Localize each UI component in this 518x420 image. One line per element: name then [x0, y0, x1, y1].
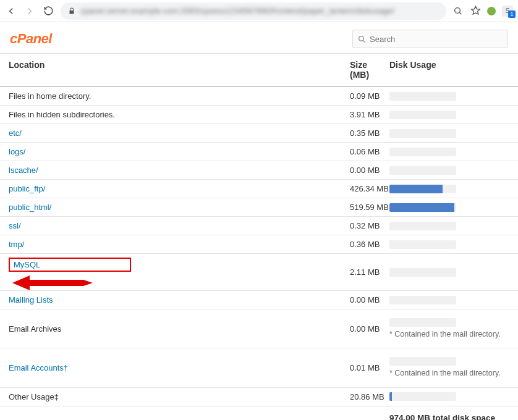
size-cell: 0.01 MB: [346, 359, 383, 376]
size-cell: 20.86 MB: [346, 388, 383, 405]
table-row: tmp/0.36 MB: [0, 235, 518, 254]
lock-icon: [68, 7, 75, 15]
svg-marker-2: [12, 275, 93, 290]
usage-bar: [389, 357, 456, 366]
usage-cell: [383, 107, 518, 123]
location-label[interactable]: public_html/: [9, 203, 51, 212]
location-label[interactable]: tmp/: [9, 240, 24, 249]
location-label: Other Usage‡: [9, 392, 59, 401]
location-label: Files in home directory.: [9, 91, 91, 101]
table-row: ssl/0.32 MB: [0, 217, 518, 235]
size-cell: 0.36 MB: [346, 236, 383, 253]
table-row: Mailing Lists0.00 MB: [0, 291, 518, 309]
table-footer-total: 974.00 MB total disk space used.: [0, 406, 518, 421]
table-row: public_ftp/426.34 MB: [0, 180, 518, 198]
usage-bar: [389, 268, 456, 277]
usage-bar: [389, 185, 456, 193]
size-cell: 0.00 MB: [346, 292, 383, 308]
forward-button[interactable]: [23, 5, 36, 17]
size-cell: 0.09 MB: [346, 88, 383, 104]
table-row: MySQL2.11 MB: [0, 254, 518, 291]
table-row: Files in hidden subdirectories.3.91 MB: [0, 106, 518, 124]
size-cell: 426.34 MB: [346, 180, 383, 197]
table-row: etc/0.35 MB: [0, 124, 518, 143]
usage-bar: [389, 166, 456, 175]
usage-cell: [383, 144, 518, 160]
usage-cell: * Contained in the mail directory.: [383, 353, 518, 382]
usage-cell: [383, 162, 518, 178]
size-cell: 0.35 MB: [346, 125, 383, 141]
usage-note: * Contained in the mail directory.: [389, 329, 512, 339]
url-text: cpanel.server.example.com:2083/cpsess123…: [80, 6, 394, 15]
size-cell: 0.00 MB: [346, 162, 383, 178]
table-row: Files in home directory.0.09 MB: [0, 87, 518, 106]
usage-cell: [383, 218, 518, 234]
col-header-usage: Disk Usage: [383, 54, 518, 86]
search-input[interactable]: [370, 35, 503, 44]
usage-bar: [389, 392, 456, 401]
cpanel-logo: cPanel: [10, 31, 52, 47]
usage-bar: [389, 318, 456, 327]
location-label[interactable]: ssl/: [9, 221, 21, 230]
table-header: Location Size (MB) Disk Usage: [0, 53, 518, 87]
usage-cell: [383, 125, 518, 141]
size-cell: 0.32 MB: [346, 217, 383, 234]
usage-cell: [383, 264, 518, 280]
disk-usage-table: Location Size (MB) Disk Usage Files in h…: [0, 53, 518, 420]
usage-cell: [383, 388, 518, 405]
search-icon: [358, 35, 366, 43]
usage-bar: [389, 222, 456, 230]
svg-point-1: [359, 36, 364, 41]
usage-cell: [383, 237, 518, 253]
usage-bar: [389, 92, 456, 101]
location-label[interactable]: logs/: [9, 147, 25, 156]
back-button[interactable]: [5, 5, 17, 17]
location-label[interactable]: etc/: [9, 128, 22, 138]
size-cell: 0.06 MB: [346, 143, 383, 160]
usage-bar: [389, 296, 456, 304]
svg-point-0: [455, 7, 461, 13]
usage-cell: [383, 88, 518, 104]
extension-badge-count: 1: [508, 10, 516, 18]
address-bar[interactable]: cpanel.server.example.com:2083/cpsess123…: [61, 2, 446, 20]
bookmark-star-icon[interactable]: [470, 6, 481, 17]
extension-dot-icon[interactable]: [487, 7, 496, 15]
size-cell: 3.91 MB: [346, 106, 383, 123]
table-row: lscache/0.00 MB: [0, 161, 518, 180]
table-row: Email Archives0.00 MB* Contained in the …: [0, 309, 518, 348]
location-label[interactable]: MySQL: [14, 260, 40, 269]
zoom-icon[interactable]: [452, 6, 464, 17]
usage-cell: * Contained in the mail directory.: [383, 314, 518, 343]
extension-badge[interactable]: S 1: [502, 6, 513, 17]
size-cell: 2.11 MB: [346, 264, 383, 280]
size-cell: 0.00 MB: [346, 321, 383, 337]
browser-toolbar: cpanel.server.example.com:2083/cpsess123…: [0, 0, 518, 22]
location-label[interactable]: lscache/: [9, 166, 38, 175]
usage-cell: [383, 200, 518, 216]
location-label: Email Archives: [9, 324, 61, 334]
usage-bar: [389, 148, 456, 156]
usage-bar: [389, 240, 456, 249]
size-cell: 519.59 MB: [346, 199, 383, 216]
location-label[interactable]: Mailing Lists: [9, 295, 53, 304]
table-row: public_html/519.59 MB: [0, 198, 518, 217]
usage-cell: [383, 181, 518, 197]
usage-bar: [389, 203, 456, 212]
location-label[interactable]: public_ftp/: [9, 184, 45, 193]
annotation-arrow-icon: [9, 272, 338, 287]
search-box[interactable]: [352, 30, 508, 48]
table-row: Email Accounts†0.01 MB* Contained in the…: [0, 348, 518, 387]
usage-note: * Contained in the mail directory.: [389, 368, 512, 378]
col-header-location: Location: [0, 54, 346, 86]
location-label[interactable]: Email Accounts†: [9, 363, 68, 372]
total-text: 974.00 MB total disk space used.: [383, 406, 518, 421]
table-row: Other Usage‡20.86 MB: [0, 388, 518, 406]
highlight-box: MySQL: [9, 258, 131, 272]
table-row: logs/0.06 MB: [0, 143, 518, 161]
reload-button[interactable]: [42, 5, 54, 17]
usage-cell: [383, 292, 518, 308]
col-header-size: Size (MB): [346, 54, 383, 86]
location-label: Files in hidden subdirectories.: [9, 110, 115, 119]
usage-bar: [389, 129, 456, 138]
usage-bar: [389, 111, 456, 119]
